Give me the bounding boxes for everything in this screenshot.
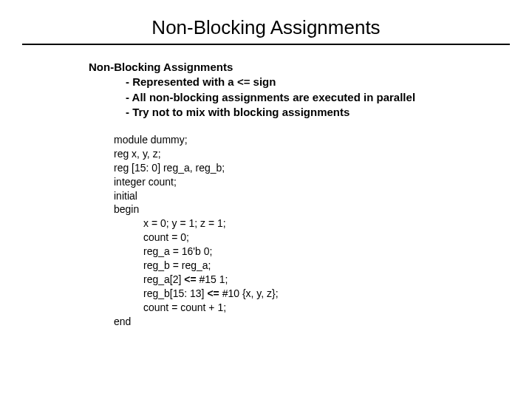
- code-line: initial: [114, 189, 532, 203]
- code-line: reg [15: 0] reg_a, reg_b;: [114, 161, 532, 175]
- slide-title: Non-Blocking Assignments: [0, 0, 532, 44]
- code-line: count = count + 1;: [114, 301, 532, 315]
- slide: Non-Blocking Assignments Non-Blocking As…: [0, 0, 532, 399]
- section-heading: Non-Blocking Assignments: [89, 60, 532, 75]
- bullet-item: - Represented with a <= sign: [126, 75, 532, 89]
- code-text: reg_b[15: 13]: [143, 287, 207, 299]
- bullet-item: - Try not to mix with blocking assignmen…: [126, 105, 532, 120]
- bullet-item: - All non-blocking assignments are execu…: [126, 90, 532, 105]
- code-line: integer count;: [114, 175, 532, 189]
- code-line: begin: [114, 202, 532, 216]
- code-line: reg_a[2] <= #15 1;: [114, 273, 532, 287]
- code-line: end: [114, 315, 532, 329]
- code-line: reg_b = reg_a;: [114, 259, 532, 273]
- code-line: reg_b[15: 13] <= #10 {x, y, z};: [114, 287, 532, 301]
- code-text: #15 1;: [197, 273, 228, 285]
- code-op: <=: [207, 287, 219, 299]
- code-line: reg x, y, z;: [114, 147, 532, 161]
- code-line: module dummy;: [114, 133, 532, 147]
- code-text: #10 {x, y, z};: [219, 287, 279, 299]
- bullet-list: - Represented with a <= sign - All non-b…: [89, 75, 532, 120]
- code-op: <=: [184, 273, 196, 285]
- code-text: reg_a[2]: [143, 273, 184, 285]
- code-line: x = 0; y = 1; z = 1;: [114, 216, 532, 231]
- content-area: Non-Blocking Assignments - Represented w…: [0, 45, 532, 328]
- bullet-bold: <= sign: [237, 75, 276, 88]
- bullet-text: - Represented with a: [126, 75, 237, 88]
- code-line: count = 0;: [114, 231, 532, 245]
- code-line: reg_a = 16'b 0;: [114, 245, 532, 259]
- code-block: module dummy; reg x, y, z; reg [15: 0] r…: [89, 120, 532, 328]
